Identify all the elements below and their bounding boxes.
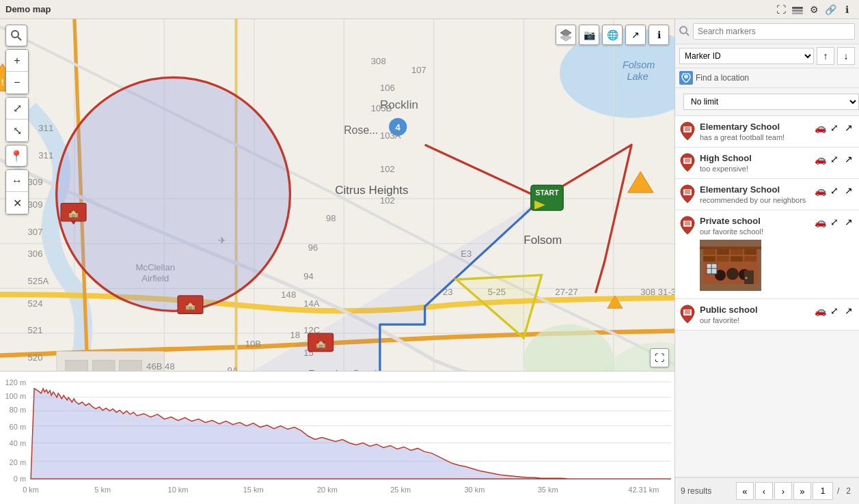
share-marker-icon[interactable]: ↗ <box>843 305 855 317</box>
first-page-button[interactable]: « <box>736 482 754 500</box>
svg-text:0 m: 0 m <box>14 475 26 483</box>
marker-item[interactable]: Private school our favorite school! <box>675 210 859 299</box>
map-canvas[interactable]: Folsom Lake <box>0 19 674 504</box>
map-panel[interactable]: Folsom Lake <box>0 19 674 504</box>
title-icon-group: ⛶ ⚙ 🔗 ℹ <box>774 3 854 16</box>
limit-row: No limit5 km10 km25 km50 km <box>675 88 859 116</box>
svg-text:148: 148 <box>281 290 296 300</box>
info-map-button[interactable]: ℹ <box>649 25 669 45</box>
svg-text:Citrus Heights: Citrus Heights <box>335 184 408 197</box>
elevation-fullscreen-button[interactable]: ⛶ <box>650 348 669 367</box>
zoom-in-button[interactable]: + <box>6 50 28 72</box>
svg-text:Rose...: Rose... <box>344 124 378 136</box>
marker-title: High School <box>700 153 810 163</box>
svg-line-152 <box>686 33 689 36</box>
car-icon[interactable]: 🚗 <box>814 216 826 228</box>
total-pages: 2 <box>843 486 854 496</box>
car-icon[interactable]: 🚗 <box>814 153 826 165</box>
svg-rect-2 <box>792 12 803 14</box>
car-icon[interactable]: 🚗 <box>814 122 826 134</box>
car-icon[interactable]: 🚗 <box>814 184 826 197</box>
layers-toggle-button[interactable] <box>556 25 576 45</box>
svg-text:40 m: 40 m <box>10 439 26 447</box>
svg-rect-174 <box>717 249 729 255</box>
svg-point-105 <box>57 77 290 311</box>
svg-rect-178 <box>717 256 729 262</box>
share-marker-icon[interactable]: ↗ <box>843 216 855 228</box>
map-controls-right: 📷 🌐 ↗ ℹ <box>556 25 669 45</box>
share-icon[interactable]: 🔗 <box>823 3 837 16</box>
svg-rect-0 <box>792 7 803 9</box>
svg-text:311: 311 <box>38 150 53 160</box>
expand-icon[interactable]: ⤢ <box>828 122 841 134</box>
share-marker-icon[interactable]: ↗ <box>843 122 855 134</box>
next-page-button[interactable]: › <box>774 482 792 500</box>
zoom-out-button[interactable]: − <box>6 72 28 94</box>
marker-pin-icon <box>679 305 696 324</box>
info-icon[interactable]: ℹ <box>840 3 854 16</box>
private-school-image <box>700 240 761 291</box>
expand-icon[interactable]: ⤢ <box>828 153 841 165</box>
pan-reset-button[interactable]: ✕ <box>6 192 28 214</box>
marker-actions: 🚗 ⤢ ↗ <box>814 153 855 165</box>
svg-point-153 <box>684 74 688 79</box>
share-map-button[interactable]: ↗ <box>625 25 646 45</box>
car-icon[interactable]: 🚗 <box>814 305 826 317</box>
photo-button[interactable]: 📷 <box>579 25 599 45</box>
svg-text:42.31 km: 42.31 km <box>628 486 659 494</box>
svg-text:309: 309 <box>28 199 43 210</box>
actual-size-button[interactable]: ⤡ <box>6 120 28 141</box>
marker-content: Elementary School recommended by our nei… <box>700 184 810 204</box>
marker-actions: 🚗 ⤢ ↗ <box>814 184 855 197</box>
svg-text:18: 18 <box>290 330 300 340</box>
marker-item[interactable]: Elementary School has a great football t… <box>675 116 859 148</box>
marker-item[interactable]: High School too expensive! 🚗 ⤢ ↗ <box>675 148 859 179</box>
svg-text:520: 520 <box>28 352 43 363</box>
sort-asc-button[interactable]: ↑ <box>817 47 834 65</box>
marker-item[interactable]: Public school our favorite! 🚗 ⤢ ↗ <box>675 299 859 331</box>
share-marker-icon[interactable]: ↗ <box>843 184 855 197</box>
limit-select[interactable]: No limit5 km10 km25 km50 km <box>683 94 859 110</box>
search-map-button[interactable] <box>5 25 27 46</box>
marker-description: recommended by our neighbors <box>700 196 810 204</box>
svg-text:94: 94 <box>303 271 314 281</box>
svg-text:🏫: 🏫 <box>316 339 326 348</box>
marker-pin-icon <box>679 122 696 141</box>
find-location-label: Find a location <box>696 73 749 83</box>
svg-text:120 m: 120 m <box>5 378 26 387</box>
find-location-icon <box>679 71 693 85</box>
map-options-button[interactable]: 🌐 <box>602 25 623 45</box>
expand-icon[interactable]: ⤢ <box>828 184 841 197</box>
marker-item[interactable]: Elementary School recommended by our nei… <box>675 179 859 210</box>
svg-text:!: ! <box>1 77 4 87</box>
prev-page-button[interactable]: ‹ <box>755 482 773 500</box>
svg-text:525A: 525A <box>28 276 49 286</box>
pan-horizontal-button[interactable]: ↔ <box>6 170 28 192</box>
sort-select[interactable]: Marker IDNameDistance <box>679 48 814 64</box>
pagination: 9 results « ‹ › » / 2 <box>675 477 859 504</box>
svg-text:Lake: Lake <box>627 71 649 82</box>
marker-image-container <box>700 240 810 293</box>
sort-desc-button[interactable]: ↓ <box>837 47 855 65</box>
svg-point-124 <box>12 31 18 38</box>
marker-pin-icon <box>679 153 696 172</box>
marker-list: Elementary School has a great football t… <box>675 116 859 477</box>
fit-view-button[interactable]: ⤢ <box>6 98 28 120</box>
svg-text:311: 311 <box>38 123 53 133</box>
settings-icon[interactable]: ⚙ <box>807 3 821 16</box>
svg-rect-176 <box>744 249 756 255</box>
expand-icon[interactable]: ⤢ <box>828 305 841 317</box>
share-marker-icon[interactable]: ↗ <box>843 153 855 165</box>
last-page-button[interactable]: » <box>793 482 811 500</box>
expand-icon[interactable]: ⤢ <box>828 216 841 228</box>
svg-text:🏫: 🏫 <box>68 208 79 218</box>
fullscreen-icon[interactable]: ⛶ <box>774 3 788 16</box>
svg-text:80 m: 80 m <box>10 406 26 414</box>
page-number-input[interactable] <box>813 482 833 500</box>
layers-icon[interactable] <box>791 3 804 16</box>
locate-button[interactable]: 📍 <box>5 145 27 167</box>
search-input[interactable] <box>693 23 855 40</box>
marker-content: Private school our favorite school! <box>700 216 810 293</box>
search-bar <box>675 19 859 44</box>
svg-text:524: 524 <box>28 298 43 309</box>
